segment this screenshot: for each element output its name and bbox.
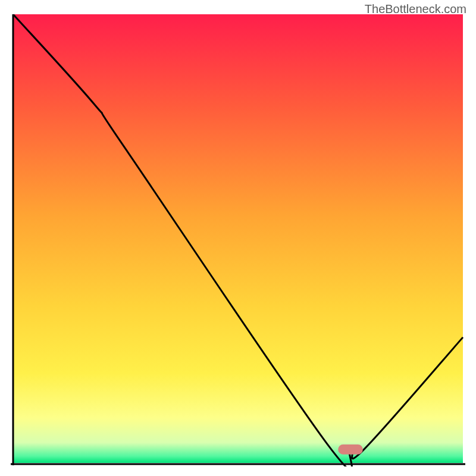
chart-background (13, 14, 463, 463)
chart-svg (10, 14, 466, 466)
marker-pill (338, 444, 363, 455)
chart-container (10, 14, 466, 466)
watermark-label: TheBottleneck.com (365, 2, 466, 16)
